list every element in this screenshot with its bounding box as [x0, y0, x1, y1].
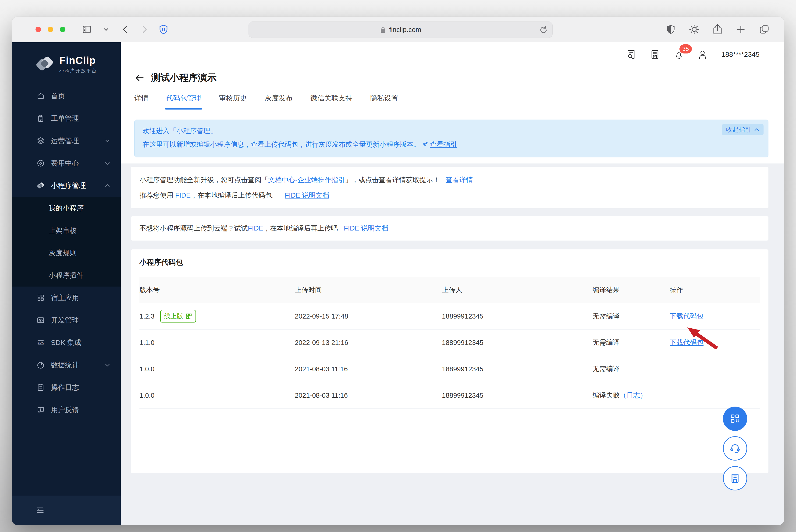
share-icon[interactable] [711, 23, 724, 36]
url-text: finclip.com [390, 26, 421, 34]
sidebar-item-miniprogram-management[interactable]: 小程序管理 [12, 174, 121, 197]
support-button[interactable] [723, 436, 747, 460]
finclip-logo[interactable]: FinClip 小程序开放平台 [12, 42, 121, 75]
sidebar-item-billing[interactable]: 费用中心 [12, 152, 121, 174]
tabs-overview-icon[interactable] [758, 23, 771, 36]
sidebar-item-sdk-integration[interactable]: SDK SDK 集成 [12, 331, 121, 354]
tab-wechat-association[interactable]: 微信关联支持 [310, 93, 353, 109]
submenu-item-plugins[interactable]: 小程序插件 [12, 264, 121, 287]
sidebar-item-label: 操作日志 [51, 383, 79, 392]
uploader-cell: 18899912345 [442, 392, 592, 399]
fide-link[interactable]: FIDE [248, 224, 263, 232]
fide-doc-link[interactable]: FIDE 说明文档 [285, 191, 329, 199]
document-icon [729, 473, 741, 484]
new-tab-icon[interactable] [734, 23, 747, 36]
fide-link[interactable]: FIDE [175, 191, 191, 199]
sidebar-item-dev-management[interactable]: 开发管理 [12, 309, 121, 331]
uploader-cell: 18899912345 [442, 365, 592, 373]
sidebar-item-label: 费用中心 [51, 158, 79, 168]
sidebar-item-operation-logs[interactable]: 操作日志 [12, 376, 121, 399]
submenu-item-my-miniprograms[interactable]: 我的小程序 [12, 197, 121, 219]
user-menu[interactable] [697, 49, 708, 60]
tab-gray-release[interactable]: 灰度发布 [265, 93, 293, 109]
minimize-window-button[interactable] [48, 26, 53, 32]
qr-code-icon [729, 413, 741, 424]
chevron-down-icon [105, 362, 111, 368]
compile-result-cell: 无需编译 [592, 311, 670, 321]
view-guide-link[interactable]: 查看指引 [430, 140, 457, 149]
desktop: finclip.com [0, 0, 796, 532]
section-title: 小程序代码包 [139, 258, 760, 267]
main-content: 35 188****2345 测试小程序演示 详情 代码包管理 [121, 42, 784, 525]
sidebar-chevron-icon[interactable] [99, 23, 113, 36]
collapse-guide-label: 收起指引 [726, 126, 752, 134]
forward-button[interactable] [138, 23, 151, 36]
miniprogram-submenu: 我的小程序 上架审核 灰度规则 小程序插件 [12, 197, 121, 287]
doc-list-icon[interactable] [649, 49, 660, 60]
back-button[interactable] [119, 23, 132, 36]
shield-half-icon[interactable] [664, 23, 677, 36]
back-arrow-icon[interactable] [134, 73, 145, 82]
tab-details[interactable]: 详情 [134, 93, 148, 109]
table-row: 1.1.0 2022-09-13 21:16 18899912345 无需编译 … [139, 329, 760, 356]
notice-text: ，在本地编译后上传代码包。 [191, 191, 279, 199]
compile-result-cell: 无需编译 [592, 338, 670, 347]
notice-text: 小程序管理功能全新升级，您可点击查阅「 [139, 176, 268, 184]
doc-search-icon[interactable] [626, 49, 637, 60]
reload-button[interactable] [539, 25, 548, 34]
sidebar-item-host-apps[interactable]: 宿主应用 [12, 287, 121, 309]
submenu-item-gray-rules[interactable]: 灰度规则 [12, 242, 121, 264]
user-phone[interactable]: 188****2345 [721, 51, 760, 58]
sidebar-item-tickets[interactable]: 工单管理 [12, 107, 121, 130]
sidebar-item-data-statistics[interactable]: 数据统计 [12, 354, 121, 376]
tab-review-history[interactable]: 审核历史 [219, 93, 247, 109]
browser-window: finclip.com [12, 17, 784, 525]
fide-doc-link[interactable]: FIDE 说明文档 [344, 224, 388, 232]
doc-center-guide-link[interactable]: 文档中心-企业端操作指引 [268, 176, 345, 184]
version-cell: 1.2.3 [139, 312, 155, 320]
layers-icon [36, 137, 45, 145]
code-icon [36, 316, 45, 324]
top-header: 35 188****2345 [121, 42, 784, 66]
collapse-sidebar-icon[interactable] [36, 506, 45, 514]
documentation-button[interactable] [723, 466, 747, 490]
sidebar-item-operations[interactable]: 运营管理 [12, 130, 121, 152]
submenu-item-listing-review[interactable]: 上架审核 [12, 219, 121, 242]
sidebar-item-label: 运营管理 [51, 136, 79, 146]
zoom-window-button[interactable] [60, 26, 65, 32]
column-header: 操作 [670, 285, 760, 295]
version-cell: 1.0.0 [139, 365, 155, 373]
notice-text: ，在本地编译后再上传吧 [263, 224, 338, 232]
submenu-item-label: 小程序插件 [49, 271, 83, 280]
uploader-cell: 18899912345 [442, 312, 592, 320]
download-package-link[interactable]: 下载代码包 [670, 339, 703, 346]
close-window-button[interactable] [36, 26, 41, 32]
submenu-item-label: 灰度规则 [49, 248, 77, 258]
settings-gear-icon[interactable] [688, 23, 701, 36]
finclip-mini-icon [36, 182, 45, 190]
browser-toolbar: finclip.com [12, 17, 784, 42]
qr-code-icon [186, 313, 192, 319]
download-package-link[interactable]: 下载代码包 [670, 312, 703, 320]
sidebar-toggle-icon[interactable] [80, 23, 93, 36]
qr-preview-button[interactable] [723, 406, 747, 431]
address-bar[interactable]: finclip.com [248, 21, 553, 38]
upload-time-cell: 2022-09-13 21:16 [295, 339, 442, 346]
collapse-guide-button[interactable]: 收起指引 [722, 124, 763, 135]
tab-privacy-settings[interactable]: 隐私设置 [370, 93, 398, 109]
tab-package-management[interactable]: 代码包管理 [166, 93, 201, 109]
chevron-up-icon [105, 183, 111, 189]
sidebar-item-user-feedback[interactable]: 用户反馈 [12, 399, 121, 421]
privacy-shield-icon[interactable] [157, 23, 170, 36]
chevron-down-icon [105, 160, 111, 166]
online-version-badge[interactable]: 线上版 [160, 310, 196, 323]
sidebar-item-label: 开发管理 [51, 316, 79, 325]
guide-banner: 欢迎进入「小程序管理」 在这里可以新增或编辑小程序信息，查看上传代码包，进行灰度… [134, 119, 769, 157]
notification-bell[interactable]: 35 [674, 49, 684, 60]
compile-log-link[interactable]: （日志） [620, 392, 647, 399]
sidebar-item-home[interactable]: 首页 [12, 85, 121, 107]
table-row: 1.2.3 线上版 2022-09-15 17:48 18899912345 无… [139, 303, 760, 329]
sidebar-menu: 首页 工单管理 运营管理 费用中心 [12, 85, 121, 421]
headset-icon [729, 442, 741, 454]
view-details-link[interactable]: 查看详情 [446, 176, 473, 184]
